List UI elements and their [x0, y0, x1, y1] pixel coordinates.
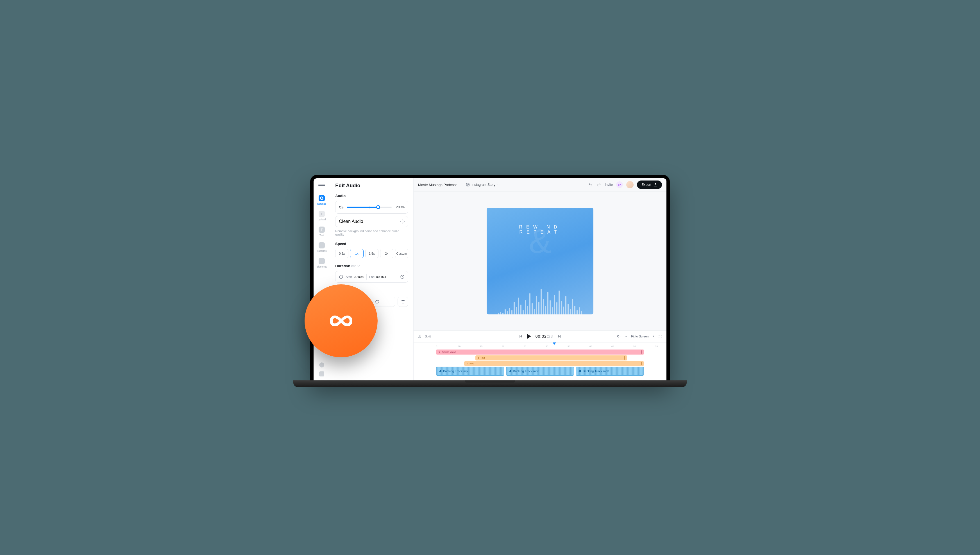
speed-chips: 0.5x 1x 1.5x 2x Custom: [335, 249, 408, 258]
track-text-1[interactable]: T Text: [475, 355, 627, 361]
export-button[interactable]: Export: [637, 181, 662, 189]
duration-heading: Duration: [335, 264, 350, 268]
clock-end-icon: [400, 274, 405, 279]
end-time-input[interactable]: 00:15.1: [376, 275, 386, 279]
sparkle-icon: [400, 219, 405, 224]
user-avatar[interactable]: [626, 181, 634, 188]
panel-title: Edit Audio: [335, 183, 408, 189]
loop-app-badge: [304, 284, 378, 358]
zoom-in-button[interactable]: +: [653, 335, 654, 338]
chevron-down-icon: [497, 183, 500, 186]
audio-heading: Audio: [335, 194, 408, 198]
infinity-icon: [322, 310, 361, 332]
rail-item-settings[interactable]: Settings: [314, 193, 330, 207]
undo-icon[interactable]: [588, 183, 593, 187]
svg-point-9: [509, 371, 510, 372]
invite-label[interactable]: Invite: [605, 183, 613, 187]
track-soundwave[interactable]: Sound Wave: [436, 350, 644, 354]
format-dropdown[interactable]: Instagram Story: [466, 183, 500, 187]
speed-heading: Speed: [335, 242, 408, 246]
speed-0-5x[interactable]: 0.5x: [335, 249, 348, 258]
track-audio-3[interactable]: Backing Track.mp3: [576, 367, 644, 375]
volume-value: 200%: [394, 205, 405, 209]
start-end-control: Start 00:00.0 End 00:15.1: [335, 271, 408, 283]
zoom-out-button[interactable]: −: [626, 335, 627, 338]
playhead[interactable]: [554, 342, 554, 380]
visualizer-bars: [498, 258, 582, 314]
delete-audio-button[interactable]: [397, 297, 408, 307]
timeline-tracks: Sound Wave T Text T Text Backing Trac: [414, 348, 666, 380]
text-icon: T: [319, 226, 325, 233]
volume-slider[interactable]: [347, 207, 392, 208]
rail-item-elements[interactable]: Elements: [314, 256, 330, 270]
upload-icon: [653, 183, 657, 187]
instagram-icon: [466, 183, 470, 187]
prev-frame-icon[interactable]: [519, 334, 523, 338]
main-area: Movie Musings Podcast Instagram Story In…: [414, 178, 666, 380]
split-icon[interactable]: [417, 334, 422, 338]
playhead-time: 00:02:23: [536, 334, 553, 338]
hamburger-menu-icon[interactable]: [318, 182, 325, 189]
help-icon[interactable]: [319, 363, 324, 367]
track-audio-2[interactable]: Backing Track.mp3: [506, 367, 574, 375]
duration-value: 00:15.1: [351, 265, 361, 268]
speaker-toggle-icon[interactable]: [617, 334, 621, 338]
svg-point-7: [439, 371, 440, 372]
text-track-icon: T: [467, 362, 468, 365]
next-frame-icon[interactable]: [557, 334, 562, 338]
clean-audio-button[interactable]: Clean Audio: [335, 216, 408, 227]
refresh-icon: [375, 300, 379, 304]
trash-icon: [401, 300, 405, 304]
split-label[interactable]: Split: [425, 335, 431, 338]
music-note-icon: [509, 369, 512, 372]
music-note-icon: [439, 369, 442, 372]
track-audio-1[interactable]: Backing Track.mp3: [436, 367, 504, 375]
fullscreen-icon[interactable]: [658, 334, 663, 338]
preview-artwork[interactable]: & REWIND REPEAT: [487, 208, 594, 314]
collaborator-badge[interactable]: SK: [616, 181, 623, 188]
timeline-controls: Split 00:02:23 − Fit to Screen +: [414, 330, 666, 342]
fit-to-screen-button[interactable]: Fit to Screen: [631, 335, 649, 338]
inbox-icon[interactable]: [319, 371, 324, 377]
svg-point-11: [579, 371, 579, 372]
project-name[interactable]: Movie Musings Podcast: [418, 183, 457, 187]
rail-item-text[interactable]: T Text: [314, 224, 330, 239]
rail-item-upload[interactable]: + Upload: [314, 209, 330, 223]
svg-rect-5: [418, 335, 419, 337]
timeline-ruler[interactable]: 51015202530354045505560: [414, 342, 666, 348]
elements-icon: [319, 258, 325, 264]
svg-point-3: [467, 184, 469, 186]
redo-icon[interactable]: [597, 183, 602, 187]
svg-point-8: [441, 371, 441, 372]
clock-start-icon: [339, 274, 343, 279]
top-bar: Movie Musings Podcast Instagram Story In…: [414, 178, 666, 192]
plus-icon: +: [319, 211, 325, 217]
speed-1-5x[interactable]: 1.5x: [365, 249, 378, 258]
speaker-icon: [339, 205, 344, 210]
clean-audio-hint: Remove background noise and enhance audi…: [335, 229, 408, 236]
svg-point-12: [580, 371, 581, 372]
preview-canvas: & REWIND REPEAT: [414, 192, 666, 330]
speed-1x[interactable]: 1x: [350, 249, 363, 258]
music-note-icon: [578, 369, 581, 372]
speed-2x[interactable]: 2x: [380, 249, 393, 258]
target-icon: [319, 195, 325, 201]
volume-control: 200%: [335, 201, 408, 213]
svg-rect-6: [420, 335, 421, 337]
subtitles-icon: [319, 242, 325, 249]
start-time-input[interactable]: 00:00.0: [354, 275, 364, 279]
speed-custom[interactable]: Custom: [395, 249, 408, 258]
text-track-icon: T: [478, 356, 480, 359]
rail-item-subtitles[interactable]: Subtitles: [314, 240, 330, 255]
play-button[interactable]: [527, 334, 531, 339]
svg-point-10: [510, 371, 511, 372]
wave-icon: [438, 351, 441, 353]
